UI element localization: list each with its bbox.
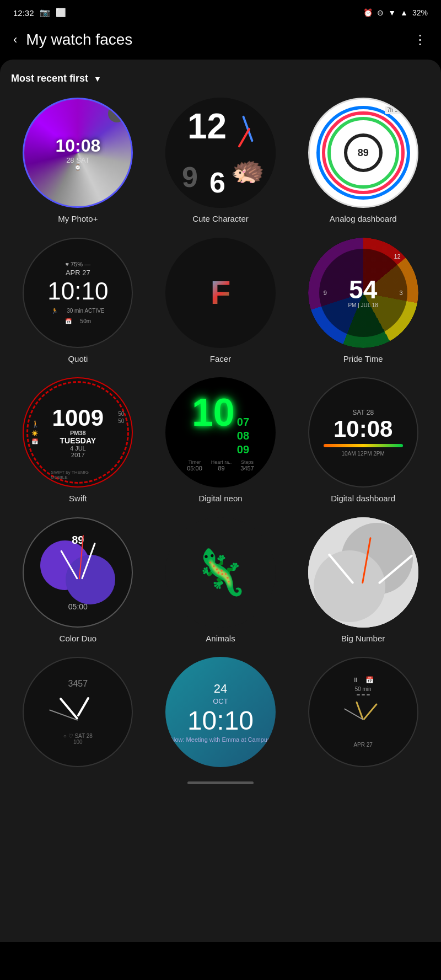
dn-heart: Heart ra.. 89 [211, 459, 232, 472]
p2-event: Now: Meeting with Emma at Campus [171, 736, 271, 743]
face-digitaldash-display: SAT 28 10:08 10AM 12PM 2PM [309, 378, 417, 486]
face-swift-display: 🚶 ☀️ 📅 1009 PM38 TUESDAY 4 JUL 2017 50 5… [24, 378, 132, 486]
watch-face-thumbnail-facer: F [165, 238, 276, 348]
p3-pause-icon: ⏸ [352, 676, 359, 684]
swift-left-icons: 🚶 ☀️ 📅 [31, 420, 40, 445]
watch-face-partial3[interactable]: ⏸ 📅 50 min APR 27 [296, 657, 430, 773]
watch-face-pride[interactable]: 12 9 3 54 PM | JUL 18 Pride Time [296, 238, 430, 365]
p1-hand2 [77, 697, 90, 717]
watch-face-bignumber[interactable]: Big Number [296, 517, 430, 644]
cute-6: 6 [209, 168, 225, 197]
watch-face-myphoto[interactable]: ✏️ 10:08 28 SAT ⌚ My Photo+ [11, 98, 145, 224]
sort-dropdown-icon: ▼ [94, 74, 101, 83]
face-partial3-display: ⏸ 📅 50 min APR 27 [309, 658, 417, 766]
pride-3: 3 [400, 290, 403, 296]
signal-icon: ▲ [400, 8, 408, 17]
watch-face-cute[interactable]: 12 9 6 🦔 Cute Character [154, 98, 288, 224]
back-button[interactable]: ‹ [13, 33, 17, 47]
home-indicator-area [11, 773, 430, 789]
swift-temp-icon: ☀️ [31, 430, 40, 436]
header-left: ‹ My watch faces [13, 31, 132, 49]
swift-walk-icon: 🚶 [31, 420, 40, 428]
myphoto-time: 10:08 [55, 136, 100, 156]
watch-face-label-swift: Swift [69, 493, 87, 504]
swift-r1: 50 [118, 411, 124, 417]
status-time: 12:32 [13, 8, 34, 18]
watch-face-thumbnail-bignumber [308, 517, 418, 628]
p3-cal-icon: 📅 [365, 676, 374, 684]
dn-sec1: 07 [237, 416, 249, 429]
watch-face-thumbnail-digitalneon: 10 07 08 09 Timer 05:00 Heart [165, 377, 276, 488]
p3-tick3 [367, 694, 370, 695]
watch-face-label-pride: Pride Time [343, 354, 383, 365]
watch-face-animals[interactable]: 🦎 Animals [154, 517, 288, 644]
watch-face-thumbnail-digitaldash: SAT 28 10:08 10AM 12PM 2PM [308, 377, 418, 488]
dn-sec3: 09 [237, 443, 249, 456]
watch-face-thumbnail-partial3: ⏸ 📅 50 min APR 27 [308, 657, 418, 767]
watch-face-digitaldash[interactable]: SAT 28 10:08 10AM 12PM 2PM Digital dashb… [296, 377, 430, 504]
myphoto-icon: ⌚ [74, 164, 81, 170]
watch-face-quoti[interactable]: ♥ 75% — APR 27 10:10 🏃 30 min ACTIVE 📅 5… [11, 238, 145, 365]
more-options-button[interactable]: ⋮ [413, 32, 428, 47]
animals-character: 🦎 [193, 547, 248, 598]
dn-timer-label: Timer [189, 459, 201, 465]
face-colorduo-display: 89 05:00 [24, 518, 132, 626]
p3-tick1 [357, 694, 360, 695]
status-right: ⏰ ⊖ ▼ ▲ 32% [363, 8, 428, 17]
watch-face-thumbnail-analog: 89 7h 50m [308, 98, 418, 208]
p3-date: APR 27 [353, 742, 372, 748]
camera-icon: 📷 [40, 8, 50, 18]
watch-face-label-animals: Animals [206, 633, 235, 644]
sort-label: Most recent first [11, 73, 88, 84]
alarm-icon: ⏰ [363, 8, 373, 17]
dd-date: SAT 28 [352, 409, 374, 416]
watch-face-facer[interactable]: F Facer [154, 238, 288, 365]
bignumber-circle2 [314, 550, 385, 622]
dn-time-group: 10 07 08 09 [192, 393, 249, 456]
dnd-icon: ⊖ [377, 8, 384, 17]
wifi-icon: ▼ [388, 8, 396, 17]
p2-time: 10:10 [187, 708, 254, 734]
cute-9: 9 [182, 163, 198, 191]
watch-face-thumbnail-swift: 🚶 ☀️ 📅 1009 PM38 TUESDAY 4 JUL 2017 50 5… [23, 377, 133, 488]
status-left: 12:32 📷 ⬜ [13, 8, 66, 18]
battery-status: 32% [412, 8, 428, 17]
p3-watch-display [341, 698, 385, 742]
dn-secs-group: 07 08 09 [237, 416, 249, 456]
pride-overlay: 12 9 3 54 PM | JUL 18 [319, 249, 407, 337]
p1-bottom-num: 100 [73, 739, 83, 745]
face-digitalneon-display: 10 07 08 09 Timer 05:00 Heart [165, 377, 276, 488]
watch-face-swift[interactable]: 🚶 ☀️ 📅 1009 PM38 TUESDAY 4 JUL 2017 50 5… [11, 377, 145, 504]
dd-times: 10AM 12PM 2PM [341, 451, 384, 457]
watch-faces-grid: ✏️ 10:08 28 SAT ⌚ My Photo+ 12 9 6 🦔 [11, 98, 430, 773]
watch-face-label-analog: Analog dashboard [330, 213, 397, 224]
p3-tick2 [362, 694, 365, 695]
watch-face-colorduo[interactable]: 89 05:00 Color Duo [11, 517, 145, 644]
face-cute-display: 12 9 6 🦔 [165, 98, 276, 208]
cute-monster-icon: 🦔 [230, 154, 265, 186]
dn-stats: Timer 05:00 Heart ra.. 89 Steps 3457 [187, 459, 254, 472]
dn-sec2: 08 [237, 430, 249, 442]
watch-face-thumbnail-quoti: ♥ 75% — APR 27 10:10 🏃 30 min ACTIVE 📅 5… [23, 238, 133, 348]
dn-hour: 10 [192, 393, 235, 432]
watch-face-label-myphoto: My Photo+ [58, 213, 98, 224]
watch-face-label-quoti: Quoti [68, 354, 88, 365]
face-pride-display: 12 9 3 54 PM | JUL 18 [308, 238, 418, 348]
p3-time-label: 50 min [355, 686, 372, 692]
dn-steps-label: Steps [241, 459, 254, 465]
pride-time: 54 [349, 277, 377, 302]
watch-face-digitalneon[interactable]: 10 07 08 09 Timer 05:00 Heart [154, 377, 288, 504]
watch-face-partial2[interactable]: 24 OCT 10:10 Now: Meeting with Emma at C… [154, 657, 288, 773]
dd-time: 10:08 [334, 417, 392, 441]
pride-sub: PM | JUL 18 [348, 302, 378, 308]
quoti-battery: ♥ 75% — [65, 261, 90, 267]
swift-brand: SWIFT by THEMIG MOBILE [51, 470, 105, 480]
myphoto-date: 28 SAT [66, 156, 89, 164]
edit-badge-myphoto[interactable]: ✏️ [108, 105, 126, 122]
quoti-cal-icon: 📅 [65, 318, 72, 324]
cute-hour-hand [238, 127, 250, 148]
watch-face-analog[interactable]: 89 7h 50m Analog dashboard [296, 98, 430, 224]
watch-face-partial1[interactable]: 3457 ○ ♡ SAT 28 100 [11, 657, 145, 773]
cute-12: 12 [187, 109, 227, 144]
sort-bar[interactable]: Most recent first ▼ [11, 73, 430, 84]
